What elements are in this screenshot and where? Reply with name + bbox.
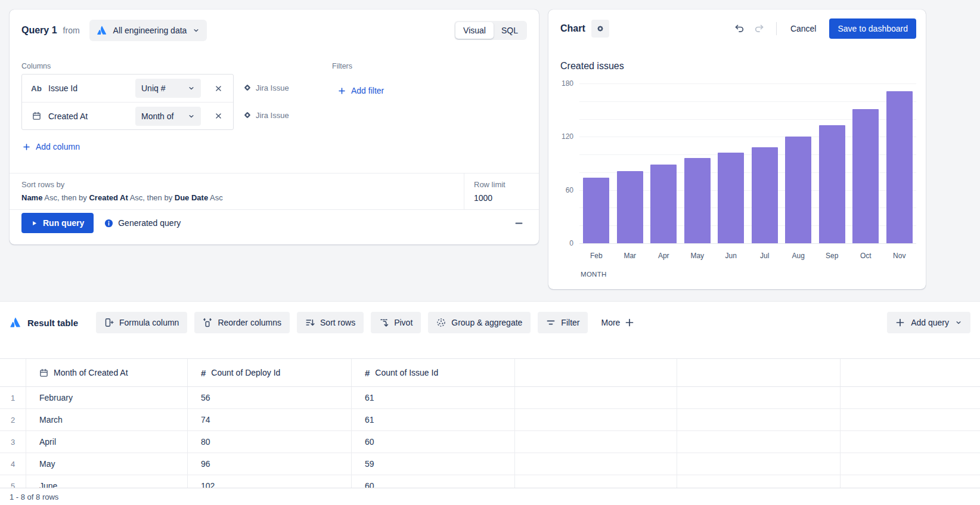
data-source-picker[interactable]: All engineering data <box>89 20 207 41</box>
query-columns: AbIssue IdUniq #Created AtMonth of Jira … <box>21 74 289 130</box>
table-cell[interactable] <box>677 431 841 453</box>
view-toggle-visual[interactable]: Visual <box>455 22 494 39</box>
x-axis-tick: Oct <box>849 252 883 260</box>
add-column-button[interactable]: Add column <box>23 142 80 151</box>
toolbar-button-label: Group & aggregate <box>451 318 522 327</box>
hash-icon: # <box>365 368 370 378</box>
view-toggle-sql[interactable]: SQL <box>494 22 526 39</box>
generated-query-toggle[interactable]: Generated query <box>104 218 181 228</box>
sort-rows-button[interactable]: Sort rows <box>297 312 364 333</box>
x-axis-tick: Aug <box>781 252 815 260</box>
bar-sep[interactable] <box>819 125 845 243</box>
column-header[interactable]: Month of Created At <box>26 359 188 386</box>
table-cell[interactable] <box>677 409 841 430</box>
result-table-label: Result table <box>27 318 78 328</box>
table-cell[interactable]: May <box>26 453 188 475</box>
atlassian-logo-icon <box>97 25 107 36</box>
group-aggregate-button[interactable]: Group & aggregate <box>428 312 531 333</box>
column-header[interactable] <box>677 359 841 386</box>
table-cell[interactable]: April <box>26 431 188 453</box>
table-cell[interactable] <box>841 453 980 475</box>
add-query-button[interactable]: Add query <box>887 312 970 333</box>
bar-jul[interactable] <box>752 147 778 243</box>
table-cell[interactable] <box>515 453 677 475</box>
table-cell[interactable]: March <box>26 409 188 430</box>
table-header-row: Month of Created At#Count of Deploy Id#C… <box>0 358 980 387</box>
table-cell[interactable]: 61 <box>352 409 515 430</box>
bar-feb[interactable] <box>583 178 609 243</box>
table-cell[interactable]: 80 <box>188 431 352 453</box>
reorder-columns-button[interactable]: Reorder columns <box>194 312 290 333</box>
remove-column-button[interactable] <box>210 80 226 96</box>
table-cell[interactable]: 96 <box>188 453 352 475</box>
table-cell[interactable]: 102 <box>188 475 352 488</box>
sort-rows-text: Name Asc, then by Created At Asc, then b… <box>21 193 452 202</box>
table-cell[interactable] <box>841 409 980 430</box>
column-header[interactable] <box>515 359 677 386</box>
sort-rows-label: Sort rows by <box>21 180 452 189</box>
hash-icon: # <box>201 368 206 378</box>
bar-jun[interactable] <box>718 153 744 243</box>
query-actions: Run query Generated query <box>21 213 527 233</box>
more-button[interactable]: More <box>596 312 639 333</box>
table-row: 1February5661 <box>0 387 980 409</box>
filter-button[interactable]: Filter <box>538 312 588 333</box>
column-header[interactable]: #Count of Deploy Id <box>188 359 352 386</box>
view-mode-toggle: VisualSQL <box>454 21 527 40</box>
table-cell[interactable] <box>841 431 980 453</box>
table-cell[interactable] <box>677 453 841 475</box>
collapse-panel-button[interactable] <box>510 215 527 231</box>
query-column-row: AbIssue IdUniq # <box>22 75 233 102</box>
bar-aug[interactable] <box>785 137 811 243</box>
more-label: More <box>601 318 620 327</box>
table-cell[interactable]: 74 <box>188 409 352 430</box>
bar-nov[interactable] <box>886 91 913 243</box>
aggregation-select[interactable]: Month of <box>135 107 201 126</box>
bar-apr[interactable] <box>650 165 677 244</box>
y-axis-tick: 120 <box>550 132 573 141</box>
formula-column-button[interactable]: Formula column <box>96 312 187 333</box>
table-cell[interactable]: 60 <box>352 475 515 488</box>
query-columns-box: AbIssue IdUniq #Created AtMonth of <box>21 74 234 130</box>
column-source-tag: Jira Issue <box>243 74 289 101</box>
table-cell[interactable]: 59 <box>352 453 515 475</box>
add-filter-button[interactable]: Add filter <box>338 86 384 95</box>
table-body: 1February56612March74613April80604May965… <box>0 387 980 488</box>
run-query-button[interactable]: Run query <box>21 213 94 233</box>
column-header-label: Count of Deploy Id <box>211 368 280 377</box>
table-cell[interactable]: June <box>26 475 188 488</box>
table-cell[interactable] <box>515 409 677 430</box>
remove-column-button[interactable] <box>210 109 226 124</box>
sort-section: Sort rows by Name Asc, then by Created A… <box>10 173 539 210</box>
pivot-button[interactable]: Pivot <box>371 312 421 333</box>
row-count-status: 1 - 8 of 8 rows <box>10 492 58 501</box>
table-cell[interactable] <box>515 475 677 488</box>
table-cell[interactable] <box>515 431 677 453</box>
filter-icon <box>546 318 556 327</box>
bar-oct[interactable] <box>852 109 879 243</box>
close-icon <box>215 112 222 120</box>
data-source-label: All engineering data <box>113 26 187 35</box>
table-cell[interactable] <box>841 387 980 408</box>
table-cell[interactable]: February <box>26 387 188 408</box>
table-cell[interactable]: 56 <box>188 387 352 408</box>
table-cell[interactable]: 61 <box>352 387 515 408</box>
row-number: 1 <box>0 387 26 408</box>
table-cell[interactable]: 60 <box>352 431 515 453</box>
row-number: 3 <box>0 431 26 453</box>
add-query-label: Add query <box>911 318 949 327</box>
sort-rows-summary[interactable]: Sort rows by Name Asc, then by Created A… <box>10 174 464 209</box>
table-cell[interactable] <box>515 387 677 408</box>
table-cell[interactable] <box>677 475 841 488</box>
column-header[interactable] <box>841 359 980 386</box>
row-limit-cell[interactable]: Row limit 1000 <box>464 174 539 209</box>
bar-may[interactable] <box>684 158 711 243</box>
column-header[interactable]: #Count of Issue Id <box>352 359 515 386</box>
table-cell[interactable] <box>677 387 841 408</box>
query-panel: Query 1 from All engineering data Visual… <box>10 10 539 244</box>
bar-mar[interactable] <box>617 171 643 243</box>
table-cell[interactable] <box>841 475 980 488</box>
aggregation-select[interactable]: Uniq # <box>135 79 201 98</box>
x-axis-tick: Nov <box>883 252 917 260</box>
x-axis-tick: Jun <box>714 252 748 260</box>
